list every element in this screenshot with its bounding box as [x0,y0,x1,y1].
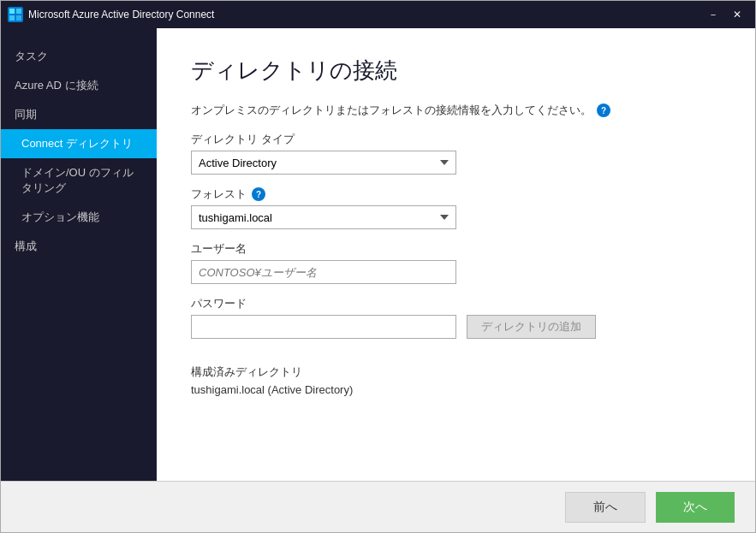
username-group: ユーザー名 [191,241,721,284]
prev-button[interactable]: 前へ [565,492,646,523]
directory-type-select[interactable]: Active Directory [191,151,456,175]
forest-help-icon[interactable]: ? [252,187,265,201]
window-controls: － ✕ [702,6,748,23]
sidebar-item-connect-directory[interactable]: Connect ディレクトリ [1,129,157,158]
forest-select[interactable]: tushigami.local [191,205,456,229]
app-icon [8,7,23,22]
forest-label: フォレスト ? [191,187,721,202]
directory-type-label: ディレクトリ タイプ [191,132,721,147]
svg-rect-3 [16,15,21,21]
directory-type-group: ディレクトリ タイプ Active Directory [191,132,721,175]
title-bar: Microsoft Azure Active Directory Connect… [1,1,755,28]
app-window: Microsoft Azure Active Directory Connect… [0,0,756,533]
description-text: オンプレミスのディレクトリまたはフォレストの接続情報を入力してください。 ? [191,103,721,118]
username-input[interactable] [191,260,456,284]
close-button[interactable]: ✕ [726,6,748,23]
configured-directory-value: tushigami.local (Active Directory) [191,383,721,396]
minimize-button[interactable]: － [702,6,724,23]
sidebar: タスク Azure AD に接続 同期 Connect ディレクトリ ドメイン/… [1,28,157,481]
content-area: タスク Azure AD に接続 同期 Connect ディレクトリ ドメイン/… [1,28,755,481]
password-row: ディレクトリの追加 [191,315,721,339]
sidebar-item-sync[interactable]: 同期 [1,100,157,129]
sidebar-item-tasks[interactable]: タスク [1,42,157,71]
sidebar-item-optional-features[interactable]: オプション機能 [1,203,157,232]
sidebar-item-domain-ou-filter[interactable]: ドメイン/OU のフィルタリング [1,158,157,203]
svg-rect-1 [16,9,21,14]
sidebar-item-configure[interactable]: 構成 [1,232,157,261]
configured-directories-label: 構成済みディレクトリ [191,364,721,380]
svg-rect-0 [9,9,15,14]
next-button[interactable]: 次へ [656,492,735,523]
sidebar-item-azure-ad-connect[interactable]: Azure AD に接続 [1,71,157,100]
description-help-icon[interactable]: ? [597,104,610,117]
password-group: パスワード ディレクトリの追加 [191,296,721,339]
add-directory-button[interactable]: ディレクトリの追加 [467,315,596,339]
username-row [191,260,721,284]
username-label: ユーザー名 [191,241,721,257]
password-input[interactable] [191,315,456,339]
footer: 前へ 次へ [1,481,755,532]
window-title: Microsoft Azure Active Directory Connect [28,9,702,21]
configured-directories-section: 構成済みディレクトリ tushigami.local (Active Direc… [191,364,721,396]
main-panel: ディレクトリの接続 オンプレミスのディレクトリまたはフォレストの接続情報を入力し… [157,28,755,481]
forest-group: フォレスト ? tushigami.local [191,187,721,229]
svg-rect-2 [9,15,15,21]
password-label: パスワード [191,296,721,311]
page-title: ディレクトリの接続 [191,56,721,86]
